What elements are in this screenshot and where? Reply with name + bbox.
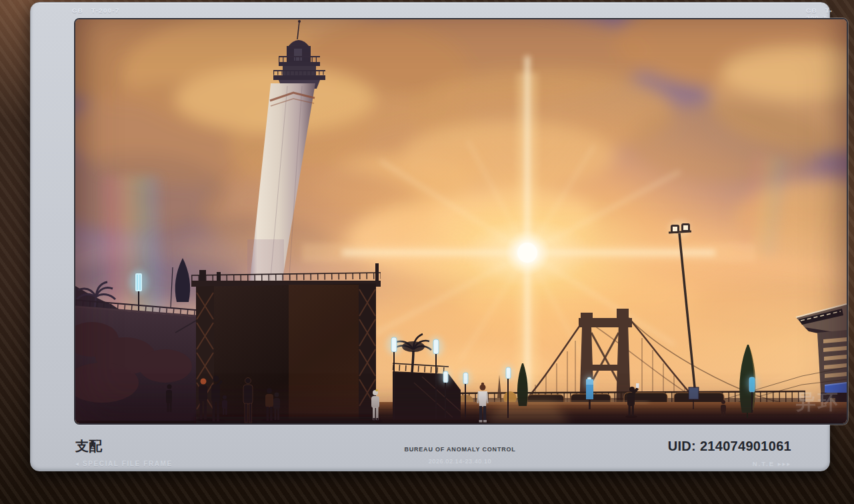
uid-label: UID: 214074901061 — [668, 439, 791, 454]
sunset-harbor-scene — [75, 19, 847, 423]
special-file-frame-card: GBT-200-7 GBT-200-7 — [30, 2, 830, 471]
frame-serial-code: GB — [806, 7, 817, 14]
frame-type-label: ◂ SPECIAL FILE FRAME — [75, 460, 173, 467]
game-logo-watermark: 异环 — [796, 389, 840, 416]
frame-serial-model: T-200-7 — [91, 7, 120, 14]
frame-serial-code: GB — [72, 7, 83, 14]
frame-serial-top-left: GBT-200-7 — [72, 7, 120, 14]
bureau-label: BUREAU OF ANOMALY CONTROL — [380, 446, 540, 453]
screenshot-stage: GBT-200-7 GBT-200-7 — [0, 0, 854, 504]
frame-title-cn: 支配 — [75, 437, 102, 455]
photo-screenshot: 异环 — [74, 18, 848, 425]
frame-center-caption: BUREAU OF ANOMALY CONTROL 2026.02.14-23.… — [380, 446, 540, 465]
nte-code-label: N.T.E ▸▸▸ — [753, 460, 791, 467]
capture-timestamp: 2026.02.14-23.40.10 — [380, 458, 540, 465]
